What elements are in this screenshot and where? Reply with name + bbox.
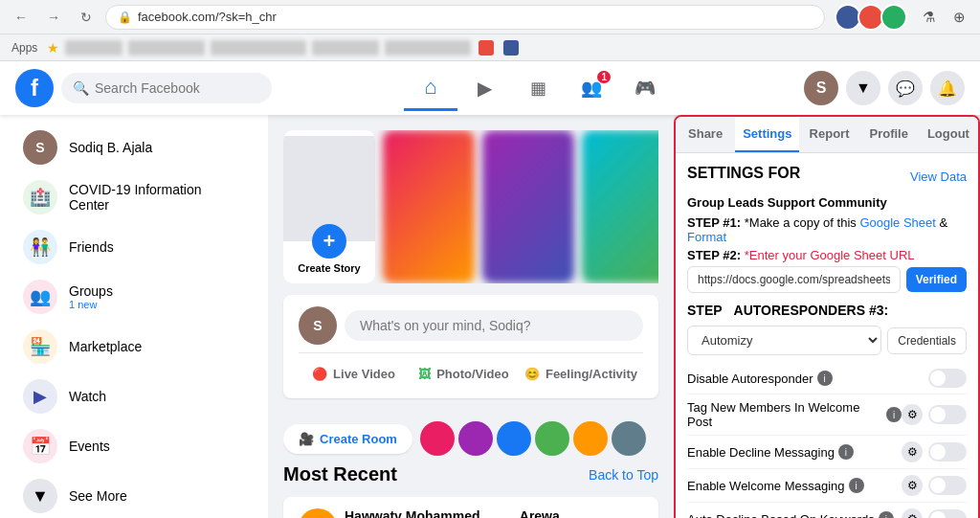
forward-button[interactable]: →: [40, 4, 67, 31]
step1-link-format[interactable]: Format: [687, 230, 726, 244]
sidebar-item-groups[interactable]: 👥 Groups 1 new: [8, 272, 260, 322]
story-card-2[interactable]: [482, 130, 574, 283]
reload-button[interactable]: ↻: [73, 4, 100, 31]
sidebar-item-marketplace[interactable]: 🏪 Marketplace: [8, 322, 260, 372]
toggle-switch-disable[interactable]: [928, 369, 967, 388]
popup-tab-share[interactable]: Share: [676, 117, 735, 152]
sidebar-label-friends: Friends: [69, 239, 114, 255]
room-avatar-4: [535, 421, 569, 456]
photo-label: Photo/Video: [436, 367, 509, 381]
post-box-avatar: S: [299, 306, 337, 345]
toggle-label-decline: Enable Decline Messaging i: [687, 444, 854, 460]
back-to-top-link[interactable]: Back to Top: [589, 467, 658, 483]
toggle-info-welcome[interactable]: i: [849, 478, 864, 493]
popup-tab-settings[interactable]: Settings: [735, 117, 799, 152]
marketplace-icon: 🏪: [23, 329, 57, 364]
avatar-initial: S: [816, 79, 827, 97]
step1-label: STEP #1:: [687, 215, 741, 230]
nav-gaming[interactable]: 🎮: [618, 65, 672, 111]
search-box[interactable]: 🔍: [61, 73, 272, 103]
toggle-info-auto-decline[interactable]: i: [879, 511, 894, 518]
gear-icon-decline[interactable]: ⚙: [902, 441, 923, 462]
toggle-text-decline: Enable Decline Messaging: [687, 445, 835, 460]
bookmark-5[interactable]: [385, 40, 471, 56]
left-sidebar: S Sodiq B. Ajala 🏥 COVID-19 Information …: [0, 115, 268, 518]
room-avatar-3: [497, 421, 531, 456]
live-label: Live Video: [333, 367, 395, 381]
sidebar-label-events: Events: [69, 439, 110, 454]
nav-marketplace[interactable]: ▦: [511, 65, 565, 111]
toggle-info-decline[interactable]: i: [838, 444, 854, 460]
popup-body: SETTINGS FOR View Data Group Leads Suppo…: [676, 153, 978, 518]
bookmark-3[interactable]: [211, 40, 306, 56]
account-button[interactable]: ⊕: [946, 4, 972, 31]
sidebar-item-covid[interactable]: 🏥 COVID-19 Information Center: [8, 172, 260, 222]
post-more-btn[interactable]: ···: [627, 508, 643, 518]
sidebar-item-events[interactable]: 📅 Events: [8, 421, 260, 471]
gear-icon-tag[interactable]: ⚙: [902, 404, 923, 425]
toggle-label-tag: Tag New Members In Welcome Post i: [687, 400, 902, 429]
bookmark-2[interactable]: [128, 40, 205, 56]
feeling-btn[interactable]: 😊 Feeling/Activity: [519, 361, 643, 387]
post-author-avatar: H: [299, 508, 337, 518]
post-actions: 🔴 Live Video 🖼 Photo/Video 😊 Feeling/Act…: [299, 352, 643, 387]
popup-tab-report[interactable]: Report: [799, 117, 858, 152]
nav-groups[interactable]: 👥 1: [565, 65, 618, 111]
toggle-auto-decline: Auto Decline Based On Keywords i ⚙: [687, 503, 967, 518]
popup-tab-logout[interactable]: Logout: [919, 117, 978, 152]
photo-video-btn[interactable]: 🖼 Photo/Video: [409, 361, 519, 387]
search-input[interactable]: [95, 80, 248, 96]
nav-home[interactable]: ⌂: [404, 65, 457, 111]
url-bar[interactable]: 🔒 facebook.com/?sk=h_chr: [105, 5, 825, 30]
messenger-button[interactable]: 💬: [888, 71, 923, 105]
bookmark-4[interactable]: [312, 40, 379, 56]
toggle-disable-autoresponder: Disable Autoresponder i: [687, 363, 967, 394]
live-video-btn[interactable]: 🔴 Live Video: [299, 361, 409, 387]
step2-link[interactable]: *Enter your Google Sheet URL: [745, 248, 915, 262]
user-avatar[interactable]: S: [804, 71, 838, 105]
create-story-card[interactable]: + Create Story: [283, 130, 375, 283]
toggle-label-auto-decline: Auto Decline Based On Keywords i: [687, 511, 894, 518]
post-author-name: Hawwaty Mohammed Insense: [345, 508, 500, 518]
toggle-info-tag[interactable]: i: [886, 407, 902, 422]
toggle-switch-auto-decline[interactable]: [928, 509, 967, 518]
sidebar-item-watch[interactable]: ▶ Watch: [8, 372, 260, 421]
toggle-text-disable: Disable Autoresponder: [687, 372, 813, 386]
step1-link-sheet[interactable]: Google Sheet: [859, 215, 936, 230]
bookmark-1[interactable]: [65, 40, 122, 56]
create-room-btn[interactable]: 🎥 Create Room: [283, 424, 412, 454]
stories-row: + Create Story Taophe tHarsha: [283, 130, 658, 283]
browser-bar: ← → ↻ 🔒 facebook.com/?sk=h_chr ⚗ ⊕: [0, 0, 980, 34]
menu-button[interactable]: ▼: [846, 71, 880, 105]
right-panel: ...CCESS to uses for 4 Videos 0 ro Desig…: [674, 115, 980, 518]
story-card-1[interactable]: [383, 130, 475, 283]
nav-watch[interactable]: ▶: [457, 65, 511, 111]
story-card-3[interactable]: [582, 130, 658, 283]
notifications-button[interactable]: 🔔: [930, 71, 965, 105]
popup-view-data[interactable]: View Data: [910, 169, 967, 184]
gear-icon-welcome[interactable]: ⚙: [902, 475, 923, 496]
autoresponder-select[interactable]: Automizy: [687, 326, 881, 355]
toggle-switch-tag[interactable]: [928, 405, 967, 424]
sidebar-item-friends[interactable]: 👫 Friends: [8, 222, 260, 272]
toggle-info-disable[interactable]: i: [817, 371, 833, 386]
post-box-input[interactable]: [345, 310, 643, 341]
extensions-button[interactable]: ⚗: [915, 4, 942, 31]
back-button[interactable]: ←: [8, 4, 34, 31]
verified-button[interactable]: Verified: [906, 267, 967, 292]
apps-bookmark[interactable]: Apps: [8, 39, 41, 56]
toggle-knob-welcome: [930, 478, 946, 493]
sheet-url-input[interactable]: [687, 266, 901, 293]
popup-tab-profile[interactable]: Profile: [859, 117, 919, 152]
toggle-switch-decline[interactable]: [928, 442, 967, 462]
toggle-label-welcome: Enable Welcome Messaging i: [687, 478, 864, 493]
toggle-welcome-messaging: Enable Welcome Messaging i ⚙: [687, 469, 967, 503]
gear-icon-auto-decline[interactable]: ⚙: [902, 508, 923, 518]
toggle-switch-welcome[interactable]: [928, 476, 967, 495]
toggle-knob-tag: [930, 407, 946, 422]
sidebar-user[interactable]: S Sodiq B. Ajala: [8, 123, 260, 172]
sidebar-item-see-more[interactable]: ▼ See More: [8, 471, 260, 518]
toggle-right-tag: ⚙: [902, 404, 967, 425]
fb-logo: f: [15, 69, 54, 107]
credentials-btn[interactable]: Credentials: [887, 327, 967, 354]
